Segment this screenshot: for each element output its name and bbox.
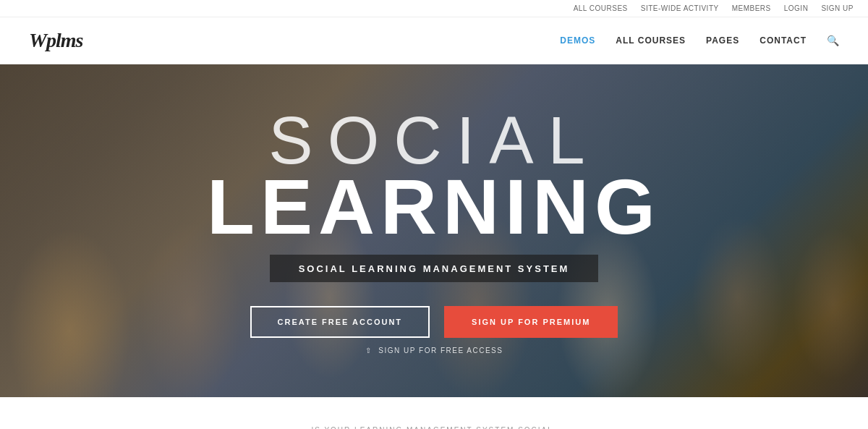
create-free-account-button[interactable]: CREATE FREE ACCOUNT (250, 306, 430, 338)
nav-link-demos[interactable]: DEMOS (560, 35, 595, 46)
free-access-text: SIGN UP FOR FREE ACCESS (378, 347, 503, 354)
nav-links: DEMOS ALL COURSES PAGES CONTACT 🔍 (560, 35, 839, 46)
free-access-label[interactable]: ⇧ SIGN UP FOR FREE ACCESS (207, 347, 661, 354)
topbar-link-login[interactable]: LOGIN (784, 4, 809, 12)
topbar-link-all-courses[interactable]: ALL COURSES (574, 4, 628, 12)
nav-link-all-courses[interactable]: ALL COURSES (616, 35, 686, 46)
site-logo[interactable]: Wplms (29, 29, 82, 52)
eyebrow-text: IS YOUR LEARNING MANAGEMENT SYSTEM SOCIA… (14, 426, 854, 429)
hero-section: SOCIAL LEARNING SOCIAL LEARNING MANAGEME… (0, 64, 868, 397)
topbar-link-members[interactable]: MEMBERS (732, 4, 771, 12)
nav-link-contact[interactable]: CONTACT (760, 35, 807, 46)
topbar-link-signup[interactable]: SIGN UP (821, 4, 854, 12)
arrow-icon: ⇧ (365, 347, 373, 354)
nav-link-pages[interactable]: PAGES (706, 35, 739, 46)
search-icon[interactable]: 🔍 (827, 35, 839, 46)
topbar-link-site-wide[interactable]: SITE-WIDE ACTIVITY (641, 4, 719, 12)
below-hero-section: IS YOUR LEARNING MANAGEMENT SYSTEM SOCIA… (0, 397, 868, 429)
hero-subtitle: SOCIAL LEARNING MANAGEMENT SYSTEM (299, 263, 570, 274)
hero-buttons: CREATE FREE ACCOUNT SIGN UP FOR PREMIUM (207, 306, 661, 338)
hero-title-learning: LEARNING (207, 170, 661, 245)
hero-content: SOCIAL LEARNING SOCIAL LEARNING MANAGEME… (207, 107, 661, 355)
hero-subtitle-bar: SOCIAL LEARNING MANAGEMENT SYSTEM (270, 255, 599, 282)
main-navigation: Wplms DEMOS ALL COURSES PAGES CONTACT 🔍 (0, 17, 868, 64)
top-bar: ALL COURSES SITE-WIDE ACTIVITY MEMBERS L… (0, 0, 868, 17)
sign-up-premium-button[interactable]: SIGN UP FOR PREMIUM (444, 306, 618, 338)
